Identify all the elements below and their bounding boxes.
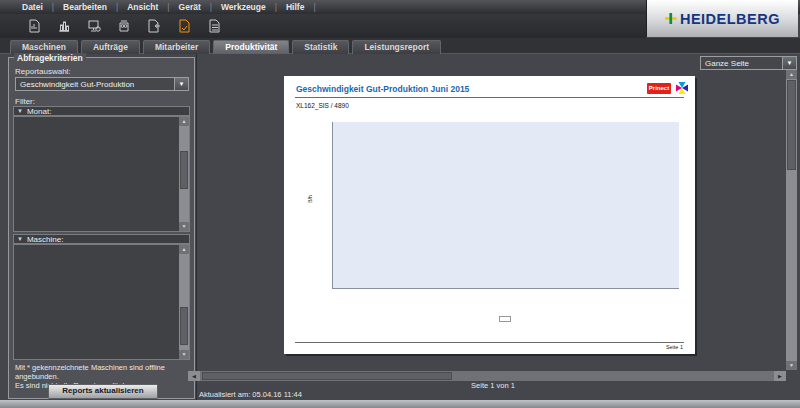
machine-list: ▲ ▼ [13, 244, 190, 360]
menu-separator: | [313, 2, 315, 12]
preview-horizontal-scrollbar[interactable]: ◀ ▶ [188, 371, 786, 381]
heidelberg-cross-icon [665, 12, 677, 25]
y-axis-label: B/h [307, 195, 313, 203]
menu-separator: | [167, 2, 169, 12]
legend-box [499, 316, 511, 322]
menu-separator: | [210, 2, 212, 12]
machine-section-label: Maschine: [27, 235, 63, 244]
updated-status: Aktualisiert am: 05.04.16 11:44 [199, 390, 302, 399]
bar-chart-button[interactable] [55, 17, 73, 35]
month-section-header[interactable]: ▼ Monat: [13, 106, 190, 116]
menu-item-ansicht[interactable]: Ansicht [127, 2, 158, 12]
machine-list-scrollbar[interactable]: ▲ ▼ [179, 245, 189, 359]
spreadsheet-button[interactable] [205, 17, 223, 35]
brand-plate: HEIDELBERG [646, 0, 798, 37]
chevron-down-icon[interactable]: ▼ [174, 78, 188, 90]
refresh-reports-button[interactable]: Reports aktualisieren [48, 384, 158, 399]
scroll-down-icon[interactable]: ▼ [786, 361, 797, 370]
monitor-gear-button[interactable] [85, 17, 103, 35]
machine-section-header[interactable]: ▼ Maschine: [13, 234, 190, 244]
title-rule [295, 97, 684, 98]
scroll-left-icon[interactable]: ◀ [188, 371, 200, 381]
menu-item-gert[interactable]: Gerät [179, 2, 201, 12]
document-import-icon [146, 18, 162, 34]
month-list-scrollbar[interactable]: ▲ ▼ [179, 117, 189, 231]
toolbar [0, 14, 646, 38]
report-title: Geschwindigkeit Gut-Produktion Juni 2015 [296, 84, 469, 94]
report-select[interactable]: Geschwindigkeit Gut-Produktion ▼ [15, 77, 189, 91]
menu-item-werkzeuge[interactable]: Werkzeuge [221, 2, 266, 12]
menu-separator: | [116, 2, 118, 12]
report-select-value: Geschwindigkeit Gut-Produktion [16, 80, 174, 89]
preview-vertical-scrollbar[interactable]: ▲ ▼ [786, 70, 797, 370]
tab-maschinen[interactable]: Maschinen [10, 40, 78, 54]
tab-mitarbeiter[interactable]: Mitarbeiter [143, 40, 210, 54]
report-document-icon [26, 18, 42, 34]
window-resize-strip [0, 400, 800, 408]
chevron-down-icon[interactable]: ▼ [782, 57, 796, 69]
scroll-up-icon[interactable]: ▲ [786, 70, 797, 79]
report-select-label: Reportauswahl: [15, 67, 71, 76]
printing-press-icon [116, 18, 132, 34]
prinect-badge: Prinect [647, 83, 671, 94]
scroll-right-icon[interactable]: ▶ [774, 371, 786, 381]
filter-label: Filter: [15, 97, 35, 106]
offline-note-line1: Mit * gekennzeichnete Maschinen sind off… [15, 363, 191, 381]
report-page: Geschwindigkeit Gut-Produktion Juni 2015… [284, 76, 695, 354]
menu-item-bearbeiten[interactable]: Bearbeiten [63, 2, 107, 12]
tab-leistungsreport[interactable]: Leistungsreport [352, 40, 441, 54]
scrollbar-thumb[interactable] [180, 307, 188, 345]
tab-produktivitt[interactable]: Produktivität [213, 40, 289, 54]
page-status: Seite 1 von 1 [196, 381, 790, 390]
query-criteria-panel: Abfragekriterien Reportauswahl: Geschwin… [8, 57, 195, 399]
month-list: ▲ ▼ [13, 116, 190, 232]
scrollbar-thumb[interactable] [180, 151, 188, 189]
chart-legend [332, 316, 678, 322]
footer-rule [295, 342, 684, 343]
tab-strip: MaschinenAufträgeMitarbeiterProduktivitä… [0, 38, 800, 54]
report-document-button[interactable] [25, 17, 43, 35]
printing-press-button[interactable] [115, 17, 133, 35]
chart-plot-area [332, 122, 679, 289]
tab-auftrge[interactable]: Aufträge [81, 40, 140, 54]
page-zoom-select[interactable]: Ganze Seite ▼ [700, 56, 797, 70]
scroll-up-icon[interactable]: ▲ [179, 245, 189, 254]
report-subtitle: XL162_SIS / 4890 [296, 102, 349, 109]
menu-separator: | [52, 2, 54, 12]
panel-title: Abfragekriterien [14, 53, 86, 63]
menu-item-hilfe[interactable]: Hilfe [286, 2, 304, 12]
scroll-down-icon[interactable]: ▼ [179, 222, 189, 231]
month-section-label: Monat: [27, 107, 51, 116]
scrollbar-thumb[interactable] [202, 372, 452, 380]
report-edit-icon [176, 18, 192, 34]
menu-item-datei[interactable]: Datei [22, 2, 43, 12]
scroll-down-icon[interactable]: ▼ [179, 350, 189, 359]
prinect-pinwheel-icon [675, 81, 689, 95]
page-zoom-value: Ganze Seite [701, 59, 782, 68]
collapse-triangle-icon: ▼ [17, 236, 23, 242]
scroll-up-icon[interactable]: ▲ [179, 117, 189, 126]
collapse-triangle-icon: ▼ [17, 108, 23, 114]
tabs: MaschinenAufträgeMitarbeiterProduktivitä… [10, 40, 441, 54]
scrollbar-thumb[interactable] [787, 80, 796, 170]
spreadsheet-icon [206, 18, 222, 34]
tab-statistik[interactable]: Statistik [292, 40, 349, 54]
document-import-button[interactable] [145, 17, 163, 35]
report-page-number: Seite 1 [284, 344, 683, 350]
report-edit-button[interactable] [175, 17, 193, 35]
menu-separator: | [275, 2, 277, 12]
heidelberg-logo: HEIDELBERG [680, 11, 780, 27]
monitor-gear-icon [86, 18, 102, 34]
bar-chart-icon [56, 18, 72, 34]
